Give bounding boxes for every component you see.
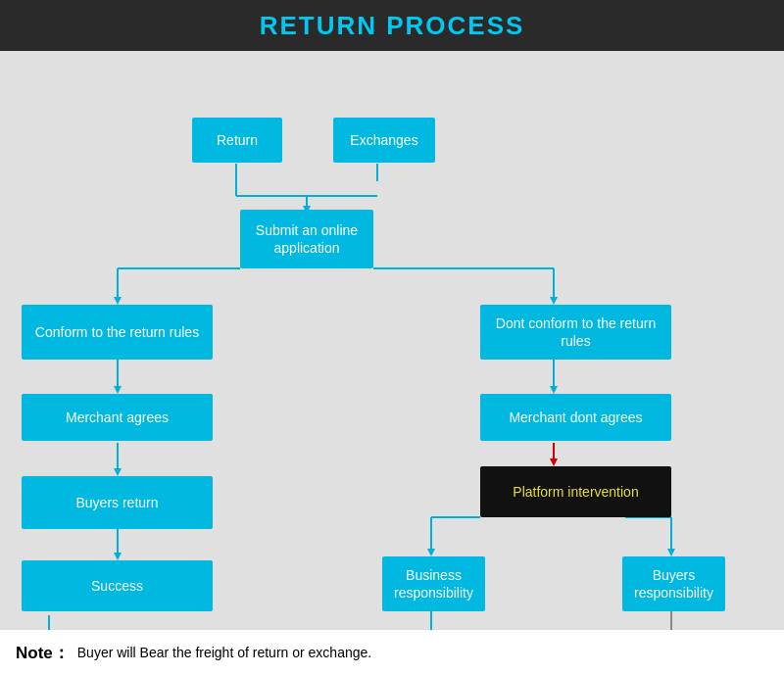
- note-text: Buyer will Bear the freight of return or…: [77, 645, 371, 660]
- svg-marker-14: [114, 468, 122, 476]
- svg-marker-10: [550, 297, 558, 305]
- business-resp-box: Business responsibility: [382, 556, 485, 611]
- note-area: Note： Buyer will Bear the freight of ret…: [0, 630, 784, 675]
- header: RETURN PROCESS: [0, 0, 784, 51]
- buyers-return-left-box: Buyers return: [22, 476, 213, 529]
- platform-box: Platform intervention: [480, 466, 671, 517]
- merchant-not-agrees-box: Merchant dont agrees: [480, 394, 671, 441]
- svg-marker-16: [114, 553, 122, 560]
- svg-marker-26: [427, 549, 435, 556]
- main-content: Return Exchanges Submit an online applic…: [0, 51, 784, 675]
- success-box: Success: [22, 560, 213, 611]
- conform-box: Conform to the return rules: [22, 305, 213, 360]
- exchanges-box: Exchanges: [333, 118, 435, 163]
- submit-box: Submit an online application: [240, 210, 373, 268]
- buyers-resp-box: Buyers responsibility: [622, 556, 725, 611]
- page-title: RETURN PROCESS: [260, 11, 525, 41]
- not-conform-box: Dont conform to the return rules: [480, 305, 671, 360]
- svg-marker-12: [114, 386, 122, 394]
- svg-marker-7: [114, 297, 122, 305]
- svg-marker-29: [667, 549, 675, 556]
- merchant-agrees-box: Merchant agrees: [22, 394, 213, 441]
- return-box: Return: [192, 118, 282, 163]
- svg-marker-21: [550, 386, 558, 394]
- svg-marker-23: [550, 458, 558, 466]
- note-label: Note：: [16, 642, 70, 664]
